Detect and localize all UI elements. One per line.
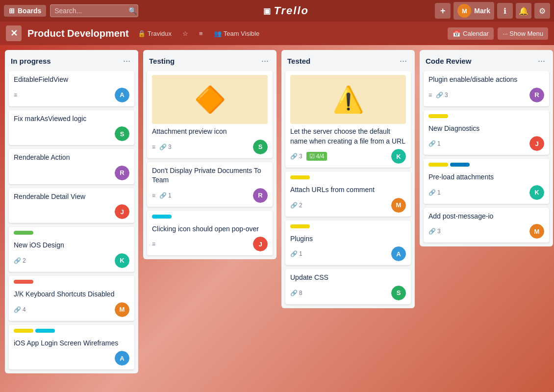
card-avatar: S [253, 140, 268, 154]
card[interactable]: iOS App Login Screen Wireframes A [9, 325, 134, 370]
card-avatar: A [391, 246, 406, 261]
card[interactable]: 🔶 Attachment preview icon≡🔗 3 S [147, 71, 273, 158]
card-title: Don't Display Private Documents To Team [152, 166, 268, 185]
card[interactable]: Fix markAsViewed logic S [9, 110, 134, 146]
card[interactable]: EditableFieldView≡ A [9, 71, 134, 106]
description-badge: ≡ [152, 241, 155, 247]
gear-icon: ⚙ [539, 6, 546, 16]
search-input[interactable] [50, 4, 138, 17]
card-avatar: R [529, 88, 544, 102]
card-badges: ≡🔗 3 [428, 92, 448, 98]
notifications-button[interactable]: 🔔 [516, 3, 531, 19]
clip-icon: 🔗 [14, 306, 21, 313]
user-menu-button[interactable]: M Mark [453, 2, 494, 20]
app-logo: ▣ Trello [141, 4, 431, 17]
card[interactable]: ⚠️ Let the server choose the default nam… [285, 71, 411, 168]
card-footer: A [14, 351, 129, 366]
card-footer: 🔗 1 A [290, 246, 406, 261]
attachment-badge: 🔗 2 [290, 202, 302, 209]
list-in-progress: In progress ··· EditableFieldView≡ A Fix… [5, 50, 138, 373]
card-title: Plugins [290, 234, 406, 244]
card-list: Plugin enable/disable actions≡🔗 3 R New … [420, 71, 553, 246]
card[interactable]: J/K Keyboard Shortcuts Disabled🔗 4 M [9, 276, 134, 321]
settings-button[interactable]: ⚙ [534, 3, 550, 19]
attachment-badge: 🔗 1 [428, 140, 441, 147]
list-menu-button[interactable]: ··· [121, 55, 132, 67]
card[interactable]: Plugin enable/disable actions≡🔗 3 R [424, 71, 549, 106]
card-footer: ≡ J [152, 237, 268, 251]
list-menu-button[interactable]: ··· [259, 55, 271, 67]
card-footer: 🔗 1 J [428, 136, 544, 151]
card[interactable]: New iOS Design🔗 2 K [9, 227, 134, 272]
show-menu-button[interactable]: ··· Show Menu [498, 27, 548, 40]
card-badges: 🔗 1 [428, 189, 441, 196]
card[interactable]: Attach URLs from comment🔗 2 M [285, 172, 411, 217]
card-list: 🔶 Attachment preview icon≡🔗 3 S Don't Di… [143, 71, 277, 259]
calendar-button[interactable]: 📅 Calendar [448, 27, 494, 40]
search-icon: 🔍 [128, 7, 137, 15]
star-button[interactable]: ☆ [179, 28, 191, 39]
card-footer: 🔗 2 M [290, 198, 406, 213]
card-footer: 🔗 8 S [290, 286, 406, 300]
card-image: 🔶 [152, 75, 268, 124]
boards-label: Boards [18, 7, 41, 15]
add-button[interactable]: + [435, 3, 451, 19]
clip-icon: 🔗 [159, 192, 167, 199]
nav-right: + M Mark ℹ 🔔 ⚙ [435, 2, 550, 20]
card[interactable]: Add post-message-io🔗 3 M [424, 208, 549, 243]
card-label [290, 224, 310, 228]
desc-icon: ≡ [14, 92, 17, 98]
card[interactable]: Plugins🔗 1 A [285, 220, 411, 266]
list-menu-button[interactable]: ··· [536, 55, 547, 67]
card-avatar: R [115, 166, 129, 180]
clip-icon: 🔗 [436, 92, 443, 98]
attachment-badge: 🔗 3 [436, 92, 448, 98]
dots-icon: ··· [503, 30, 508, 37]
menu-dots-button[interactable]: ≡ [196, 28, 206, 39]
boards-button[interactable]: ⊞ Boards [4, 5, 46, 17]
info-button[interactable]: ℹ [497, 3, 513, 19]
description-badge: ≡ [152, 192, 155, 199]
card-avatar: J [253, 237, 268, 251]
card-footer: 🔗 2 K [14, 253, 129, 268]
card[interactable]: Pre-load attachments🔗 1 K [424, 159, 549, 204]
card-title: Renderable Action [14, 153, 129, 163]
attachment-badge: 🔗 4 [14, 306, 26, 313]
card-avatar: M [115, 302, 129, 317]
list-menu-button[interactable]: ··· [398, 55, 409, 67]
card-image: ⚠️ [290, 75, 406, 124]
attachment-badge: 🔗 8 [290, 290, 302, 296]
attachment-badge: 🔗 3 [159, 144, 172, 150]
card-avatar: M [529, 224, 544, 239]
list-title: Code Review [426, 57, 471, 65]
star-icon: ☆ [182, 30, 188, 37]
card-title: Pre-load attachments [428, 172, 544, 182]
card-avatar: J [529, 136, 544, 151]
card-label [14, 280, 33, 284]
card-label [428, 114, 448, 118]
card-footer: ≡🔗 3 S [152, 140, 268, 154]
card[interactable]: New Diagnostics🔗 1 J [424, 110, 549, 155]
card-label [14, 231, 33, 235]
card[interactable]: Don't Display Private Documents To Team≡… [147, 162, 273, 207]
card-title: Update CSS [290, 273, 406, 283]
card[interactable]: Update CSS🔗 8 S [285, 269, 411, 304]
board-content: In progress ··· EditableFieldView≡ A Fix… [0, 45, 554, 392]
description-badge: ≡ [152, 144, 155, 150]
card[interactable]: Renderable Action R [9, 149, 134, 184]
workspace-link[interactable]: 🔒 Travidux [135, 28, 175, 39]
card-badges: ≡ [14, 92, 17, 98]
card-footer: ≡ A [14, 88, 129, 102]
card-label [428, 163, 448, 167]
card[interactable]: Clicking icon should open pop-over≡ J [147, 211, 273, 256]
card[interactable]: Renderable Detail View J [9, 188, 134, 223]
card-list: ⚠️ Let the server choose the default nam… [281, 71, 415, 308]
visibility-button[interactable]: 👥 Team Visible [211, 28, 262, 39]
card-label [35, 329, 55, 333]
top-navigation: ⊞ Boards 🔍 ▣ Trello + M Mark ℹ 🔔 ⚙ [0, 0, 554, 22]
card-badges: 🔗 2 [290, 202, 302, 209]
card-labels [14, 280, 129, 287]
card-badges: ≡ [152, 241, 155, 247]
clip-icon: 🔗 [290, 202, 298, 209]
card-avatar: R [253, 188, 268, 203]
